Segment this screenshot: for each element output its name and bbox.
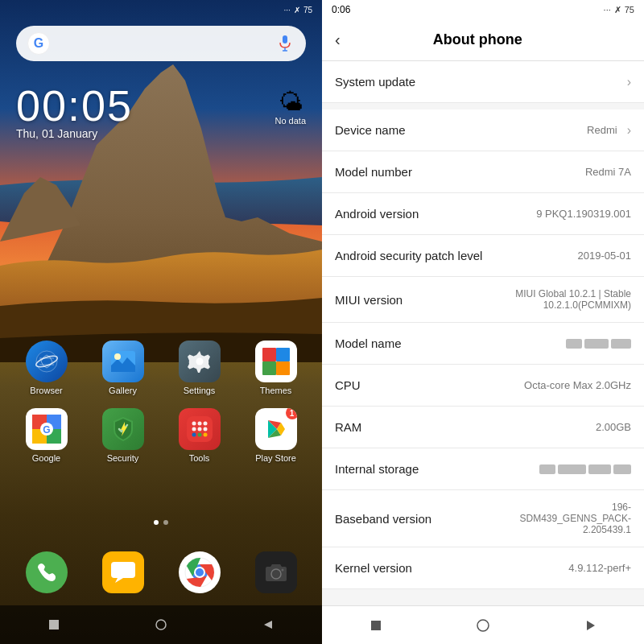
baseband-value: 196-SDM439_GENNS_PACK-2.205439.1 xyxy=(520,502,632,535)
redact-s4 xyxy=(613,464,631,474)
redact-s1 xyxy=(539,464,555,474)
app-themes[interactable]: Themes xyxy=(237,334,314,402)
svg-point-23 xyxy=(192,422,196,426)
nav-square-right[interactable] xyxy=(363,613,389,638)
android-version-label: Android version xyxy=(335,207,419,221)
google-logo: G xyxy=(27,32,50,55)
status-icons: ··· ✗ 75 xyxy=(284,6,312,14)
app-settings[interactable]: Settings xyxy=(161,334,237,402)
svg-point-37 xyxy=(196,568,204,576)
themes-label: Themes xyxy=(260,386,292,395)
svg-point-26 xyxy=(192,427,196,431)
nav-triangle-right[interactable] xyxy=(577,613,603,638)
security-patch-item: Android security patch level 2019-05-01 xyxy=(322,235,644,277)
android-version-value: 9 PKQ1.190319.001 xyxy=(536,208,631,220)
system-update-item[interactable]: System update › xyxy=(322,61,644,103)
miui-version-label: MIUI version xyxy=(335,293,402,307)
svg-rect-41 xyxy=(49,620,59,630)
dock-messages[interactable] xyxy=(85,545,161,600)
cpu-label: CPU xyxy=(335,378,361,392)
svg-point-27 xyxy=(197,427,201,431)
messages-icon xyxy=(102,551,144,593)
page-title: About phone xyxy=(353,31,602,48)
nav-recent-left[interactable] xyxy=(255,612,281,638)
svg-point-30 xyxy=(197,433,201,437)
dots-icon: ··· xyxy=(284,6,291,14)
redact-s2 xyxy=(558,464,586,474)
browser-icon xyxy=(26,341,68,382)
app-tools[interactable]: Tools xyxy=(161,402,237,469)
svg-point-44 xyxy=(477,620,489,631)
storage-redacted xyxy=(539,464,631,474)
model-name-redacted xyxy=(566,339,631,349)
playstore-label: Play Store xyxy=(255,453,296,463)
phone-home-screen: ··· ✗ 75 G 00:05 Thu, 01 January 🌤 No da… xyxy=(0,0,322,644)
model-number-value: Redmi 7A xyxy=(585,166,631,178)
weather-no-data: No data xyxy=(275,116,306,126)
themes-icon xyxy=(255,341,297,382)
security-patch-label: Android security patch level xyxy=(335,249,482,262)
playstore-icon: 1 xyxy=(255,408,297,450)
back-button[interactable]: ‹ xyxy=(335,31,341,49)
dock xyxy=(0,545,322,600)
right-nav-bar xyxy=(322,605,644,644)
app-browser[interactable]: Browser xyxy=(8,334,85,402)
kernel-item: Kernel version 4.9.112-perf+ xyxy=(322,547,644,589)
camera-icon xyxy=(255,551,297,593)
dock-camera[interactable] xyxy=(237,545,314,600)
nav-circle-right[interactable] xyxy=(470,613,496,638)
dock-phone[interactable] xyxy=(8,545,85,600)
app-playstore[interactable]: 1 Play Store xyxy=(237,402,314,469)
right-sim-icon: ✗ xyxy=(614,5,621,15)
kernel-value: 4.9.112-perf+ xyxy=(568,562,631,574)
svg-point-25 xyxy=(203,422,207,426)
battery-level: 75 xyxy=(303,6,312,14)
svg-point-39 xyxy=(273,571,279,577)
miui-version-value: MIUI Global 10.2.1 | Stable10.2.1.0(PCMM… xyxy=(515,288,631,311)
device-name-item[interactable]: Device name Redmi › xyxy=(322,109,644,151)
redact-1 xyxy=(566,339,582,349)
settings-list: System update › Device name Redmi › Mode… xyxy=(322,61,644,605)
search-bar[interactable]: G xyxy=(16,26,306,61)
mic-icon[interactable] xyxy=(275,34,295,53)
page-dot-2 xyxy=(163,520,168,525)
google-icon: G xyxy=(26,408,68,450)
device-name-value: Redmi xyxy=(587,124,617,136)
svg-text:G: G xyxy=(43,424,50,436)
svg-point-42 xyxy=(156,620,166,630)
svg-rect-14 xyxy=(262,361,276,375)
right-status-bar: 0:06 ··· ✗ 75 xyxy=(322,0,644,19)
phone-icon xyxy=(26,551,68,593)
svg-point-31 xyxy=(203,433,207,437)
status-bar: ··· ✗ 75 xyxy=(0,0,322,19)
svg-point-29 xyxy=(192,433,196,437)
model-name-label: Model name xyxy=(335,336,402,350)
system-update-label: System update xyxy=(335,75,415,89)
cpu-item: CPU Octa-core Max 2.0GHz xyxy=(322,365,644,407)
system-update-right: › xyxy=(621,75,631,89)
model-number-item: Model number Redmi 7A xyxy=(322,151,644,193)
ram-item: RAM 2.00GB xyxy=(322,407,644,448)
svg-point-10 xyxy=(114,353,121,360)
device-name-right: Redmi › xyxy=(587,123,631,138)
clock-widget: 00:05 Thu, 01 January xyxy=(16,80,133,140)
app-security[interactable]: Security xyxy=(85,402,161,469)
nav-back-left[interactable] xyxy=(41,612,67,638)
tools-icon xyxy=(179,408,221,450)
nav-home-left[interactable] xyxy=(148,612,174,638)
settings-icon xyxy=(179,341,221,382)
google-label: Google xyxy=(32,453,60,463)
storage-item: Internal storage xyxy=(322,448,644,490)
android-version-item: Android version 9 PKQ1.190319.001 xyxy=(322,193,644,235)
miui-version-item: MIUI version MIUI Global 10.2.1 | Stable… xyxy=(322,277,644,323)
app-gallery[interactable]: Gallery xyxy=(85,334,161,402)
storage-label: Internal storage xyxy=(335,462,419,476)
app-google[interactable]: G Google xyxy=(8,402,85,469)
baseband-item: Baseband version 196-SDM439_GENNS_PACK-2… xyxy=(322,490,644,547)
browser-label: Browser xyxy=(30,386,62,395)
clock-time: 00:05 xyxy=(16,80,133,130)
chrome-icon xyxy=(179,551,221,593)
dock-chrome[interactable] xyxy=(161,545,237,600)
settings-header: ‹ About phone xyxy=(322,19,644,61)
svg-rect-1 xyxy=(283,35,287,43)
